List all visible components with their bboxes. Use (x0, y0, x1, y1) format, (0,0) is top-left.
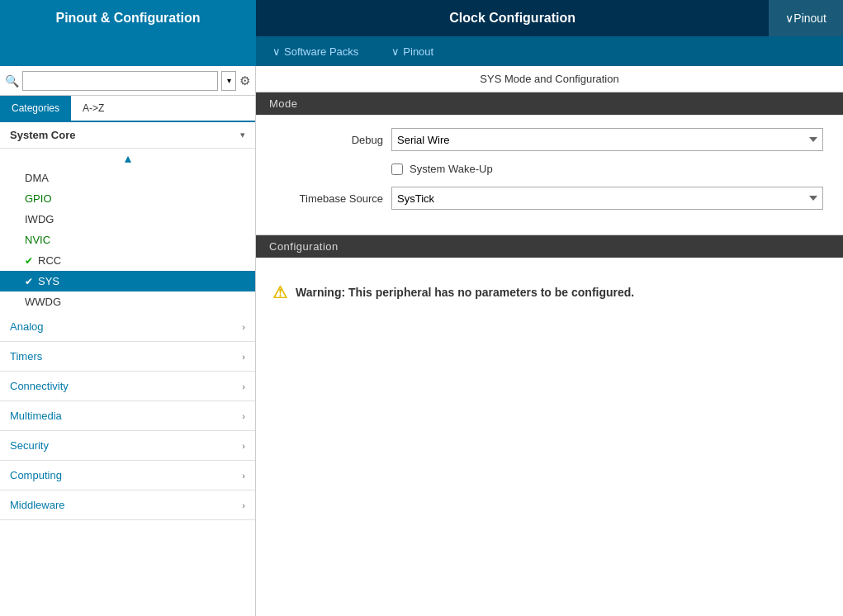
category-analog: Analog › (0, 312, 255, 342)
sidebar-item-gpio[interactable]: GPIO (0, 188, 255, 209)
nav-software-packs[interactable]: ∨ Software Packs (256, 36, 375, 66)
computing-chevron: › (242, 471, 245, 481)
nav-pinout[interactable]: ∨ Pinout (375, 36, 450, 66)
category-timers: Timers › (0, 342, 255, 372)
category-connectivity: Connectivity › (0, 372, 255, 401)
category-multimedia-header[interactable]: Multimedia › (0, 401, 255, 430)
system-core-title: System Core (10, 129, 75, 141)
sidebar: 🔍 ▾ ⚙ Categories A->Z System Core ▾ ▴ (0, 66, 256, 616)
debug-select[interactable]: Serial Wire JTAG (5 pins) JTAG (4 pins) … (391, 128, 823, 151)
category-computing-header[interactable]: Computing › (0, 461, 255, 490)
multimedia-chevron: › (242, 411, 245, 421)
sidebar-content: System Core ▾ ▴ DMA GPIO IWDG NVIC (0, 122, 255, 616)
sidebar-item-nvic[interactable]: NVIC (0, 230, 255, 250)
category-security: Security › (0, 431, 255, 461)
system-wakeup-label: System Wake-Up (410, 163, 493, 175)
debug-label: Debug (276, 134, 383, 146)
warning-icon: ⚠ (272, 282, 287, 302)
timebase-row: Timebase Source SysTick TIM1 TIM2 (276, 187, 823, 210)
debug-row: Debug Serial Wire JTAG (5 pins) JTAG (4 … (276, 128, 823, 151)
category-middleware-header[interactable]: Middleware › (0, 490, 255, 519)
main-content: SYS Mode and Configuration Mode Debug Se… (256, 66, 843, 616)
system-core-items: DMA GPIO IWDG NVIC ✔ RCC ✔ SYS (0, 168, 255, 312)
category-middleware: Middleware › (0, 490, 255, 520)
sidebar-item-wwdg[interactable]: WWDG (0, 291, 255, 312)
system-core-section-header[interactable]: System Core ▾ (0, 122, 255, 149)
system-core-chevron: ▾ (240, 130, 245, 140)
sys-check-icon: ✔ (25, 276, 33, 287)
category-analog-header[interactable]: Analog › (0, 312, 255, 341)
tab-categories[interactable]: Categories (0, 96, 71, 121)
category-timers-header[interactable]: Timers › (0, 342, 255, 371)
warning-box: ⚠ Warning: This peripheral has no parame… (272, 274, 826, 310)
system-wakeup-checkbox[interactable] (391, 163, 403, 175)
search-dropdown-button[interactable]: ▾ (221, 71, 236, 91)
mode-section-header: Mode (256, 92, 843, 115)
config-content: ⚠ Warning: This peripheral has no parame… (256, 258, 843, 616)
search-icon: 🔍 (5, 74, 19, 88)
tab-clock-configuration[interactable]: Clock Configuration (256, 0, 769, 36)
middleware-chevron: › (242, 500, 245, 510)
page-title: SYS Mode and Configuration (256, 66, 843, 92)
timebase-select[interactable]: SysTick TIM1 TIM2 (391, 187, 823, 210)
gear-button[interactable]: ⚙ (239, 73, 250, 88)
timebase-label: Timebase Source (276, 192, 383, 205)
analog-chevron: › (242, 322, 245, 332)
sidebar-item-sys[interactable]: ✔ SYS (0, 271, 255, 291)
tab-az[interactable]: A->Z (71, 96, 116, 121)
search-area-header (0, 36, 256, 66)
sidebar-item-iwdg[interactable]: IWDG (0, 209, 255, 230)
timers-chevron: › (242, 352, 245, 362)
search-input[interactable] (22, 71, 218, 91)
mode-content: Debug Serial Wire JTAG (5 pins) JTAG (4 … (256, 115, 843, 235)
security-chevron: › (242, 441, 245, 451)
category-connectivity-header[interactable]: Connectivity › (0, 372, 255, 400)
category-multimedia: Multimedia › (0, 401, 255, 431)
system-wakeup-row: System Wake-Up (276, 163, 823, 175)
sidebar-item-rcc[interactable]: ✔ RCC (0, 250, 255, 271)
category-computing: Computing › (0, 461, 255, 490)
scroll-up-indicator[interactable]: ▴ (0, 149, 255, 168)
rcc-check-icon: ✔ (25, 255, 33, 267)
config-section-header: Configuration (256, 235, 843, 258)
warning-text: Warning: This peripheral has no paramete… (296, 286, 634, 299)
sidebar-item-dma[interactable]: DMA (0, 168, 255, 188)
category-security-header[interactable]: Security › (0, 431, 255, 460)
pinout-config-title: Pinout & Configuration (0, 0, 256, 36)
category-tabs: Categories A->Z (0, 96, 255, 122)
tab-pinout[interactable]: ∨ Pinout (769, 0, 843, 36)
connectivity-chevron: › (242, 381, 245, 391)
